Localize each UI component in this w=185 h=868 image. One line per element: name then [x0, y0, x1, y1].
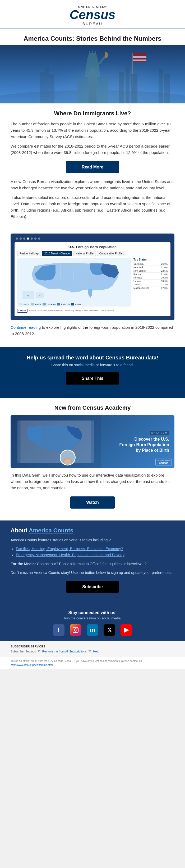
svg-text:HI: HI — [39, 294, 40, 296]
about-link[interactable]: America Counts — [29, 527, 73, 534]
viz-state-name-6: Texas — [133, 283, 140, 286]
academy-section: New from Census Academy — [0, 398, 185, 521]
viz-dot-6[interactable] — [34, 238, 36, 240]
page-title: America Counts: Stories Behind the Numbe… — [10, 34, 175, 42]
immigrants-para4: It also features select indicators of so… — [10, 194, 175, 220]
about-list-link-0[interactable]: Families, Housing, Employment, Business,… — [16, 547, 123, 551]
help-link[interactable]: Help — [93, 650, 99, 653]
instagram-icon[interactable] — [70, 624, 82, 636]
immigrants-section: Where Do Immigrants Live? The number of … — [0, 103, 185, 229]
viz-state-row-6: Texas 17.2% — [133, 283, 168, 286]
continue-reading-link[interactable]: Continue reading — [10, 325, 41, 330]
about-list-link-1[interactable]: Emergency Management, Health, Population… — [16, 553, 124, 557]
viz-state-name-1: New York — [133, 266, 144, 269]
viz-state-row-0: California 26.9% — [133, 262, 168, 266]
about-list-item-0: Families, Housing, Employment, Business,… — [16, 546, 175, 552]
remove-subscriptions-link[interactable]: Remove me from All Subscriptions — [42, 650, 87, 653]
svg-rect-21 — [49, 74, 55, 103]
academy-banner: DATA GEM Discover the U.S. Foreign-Born … — [10, 415, 175, 468]
legend-label-1: ≤4.9% — [23, 303, 29, 306]
about-media: For the Media: Contact our? Public Infor… — [10, 561, 175, 567]
academy-logo-text: United States® — [157, 460, 170, 462]
viz-sidebar-title: Top States — [133, 258, 168, 261]
svg-rect-13 — [133, 60, 146, 61]
viz-tab-national[interactable]: National Profile — [73, 251, 96, 256]
avatar-head — [63, 458, 72, 465]
logo-area: United States® Census Bureau — [10, 5, 175, 26]
share-section: Help us spread the word about Census Bur… — [0, 347, 185, 398]
viz-state-name-7: Massachusetts — [133, 287, 149, 289]
youtube-icon[interactable]: ▶ — [121, 624, 132, 636]
subscribe-button[interactable]: Subscribe — [66, 581, 118, 593]
logo-bureau: Bureau — [83, 22, 102, 26]
legend-swatch-1 — [19, 303, 23, 306]
read-more-button[interactable]: Read More — [66, 161, 119, 173]
watch-button[interactable]: Watch — [70, 496, 115, 508]
viz-dots — [14, 238, 171, 240]
academy-text: DATA GEM Discover the U.S. Foreign-Born … — [116, 430, 169, 453]
viz-dot-7[interactable] — [38, 238, 40, 240]
immigrants-para1: The number of foreign-born people in the… — [10, 121, 175, 140]
viz-dot-5[interactable] — [31, 238, 33, 240]
svg-point-9 — [105, 52, 108, 58]
viz-state-val-4: 20.2% — [161, 276, 168, 279]
svg-rect-32 — [73, 627, 78, 632]
viz-tab-comparative[interactable]: Comparative Profiles — [97, 251, 126, 256]
read-more-container: Read More — [10, 161, 175, 173]
legend-swatch-4 — [57, 303, 60, 306]
legend-item-4: 15-19.9% — [57, 303, 70, 306]
viz-dot-2[interactable] — [20, 238, 22, 240]
svg-rect-15 — [126, 66, 129, 103]
viz-tab-residential[interactable]: Residential Map — [17, 251, 41, 256]
academy-avatar — [60, 450, 75, 465]
viz-state-row-5: Hawaii 18.9% — [133, 280, 168, 283]
svg-rect-14 — [119, 72, 124, 103]
immigrants-heading: Where Do Immigrants Live? — [10, 110, 175, 117]
disclaimer-link[interactable]: http://www.default.gov.example.html — [10, 663, 53, 666]
viz-tab-density[interactable]: 2018 Density Change — [42, 251, 72, 256]
x-twitter-icon[interactable]: 𝕏 — [103, 624, 115, 636]
academy-map-bg — [10, 415, 101, 468]
about-section: About America Counts America Counts feat… — [0, 521, 185, 605]
social-icons: f in 𝕏 ▶ — [10, 624, 175, 636]
svg-rect-18 — [164, 74, 170, 103]
svg-rect-17 — [159, 69, 163, 103]
academy-badge: DATA GEM — [150, 431, 169, 435]
svg-rect-12 — [133, 56, 146, 58]
svg-point-33 — [74, 629, 77, 631]
viz-state-row-2: New Jersey 22.5% — [133, 269, 168, 273]
share-subtext: Share this on social media or forward it… — [10, 363, 175, 367]
about-list: Families, Housing, Employment, Business,… — [16, 546, 175, 559]
legend-label-3: 10-14.9% — [47, 303, 56, 306]
viz-state-name-2: New Jersey — [133, 270, 146, 272]
viz-footer: Census Source: 2018-2022 5-year American… — [17, 309, 168, 313]
academy-headline: Discover the U.S. Foreign-Born Populatio… — [116, 437, 169, 453]
viz-map-area: AK HI ≤4.9% — [17, 258, 168, 307]
header: United States® Census Bureau — [0, 0, 185, 29]
social-footer: Stay connected with us! Join the convers… — [0, 605, 185, 641]
svg-rect-2 — [76, 77, 109, 103]
share-btn-container: Share This — [10, 372, 175, 384]
viz-state-val-2: 22.5% — [161, 270, 168, 272]
viz-dot-1[interactable] — [16, 238, 18, 240]
about-media-text: Contact our? Public Information Office? … — [37, 562, 147, 566]
disclaimer-text: This is an official email from the U.S. … — [10, 659, 175, 667]
linkedin-icon[interactable]: in — [87, 624, 98, 636]
viz-legend: ≤4.9% 5-9.9% 10-14.9% — [17, 303, 131, 307]
subscriber-footer: SUBSCRIBER SERVICES Subscriber Settings … — [0, 641, 185, 657]
viz-dot-3[interactable] — [23, 238, 25, 240]
bottom-disclaimer: This is an official email from the U.S. … — [0, 657, 185, 669]
viz-dot-4[interactable] — [27, 238, 29, 240]
share-this-button[interactable]: Share This — [66, 372, 119, 384]
viz-state-row-1: New York 22.8% — [133, 266, 168, 269]
legend-label-2: 5-9.9% — [35, 303, 41, 306]
academy-map-inner — [18, 421, 94, 463]
watch-btn-container: Watch — [10, 496, 175, 508]
hero-statue-graphic — [0, 45, 185, 103]
page-title-section: America Counts: Stories Behind the Numbe… — [0, 29, 185, 45]
legend-swatch-5 — [71, 303, 74, 306]
hero-image — [0, 45, 185, 103]
svg-point-34 — [76, 628, 78, 629]
facebook-icon[interactable]: f — [53, 624, 64, 636]
visualization-section: U.S. Foreign-Born Population Residential… — [0, 234, 185, 347]
